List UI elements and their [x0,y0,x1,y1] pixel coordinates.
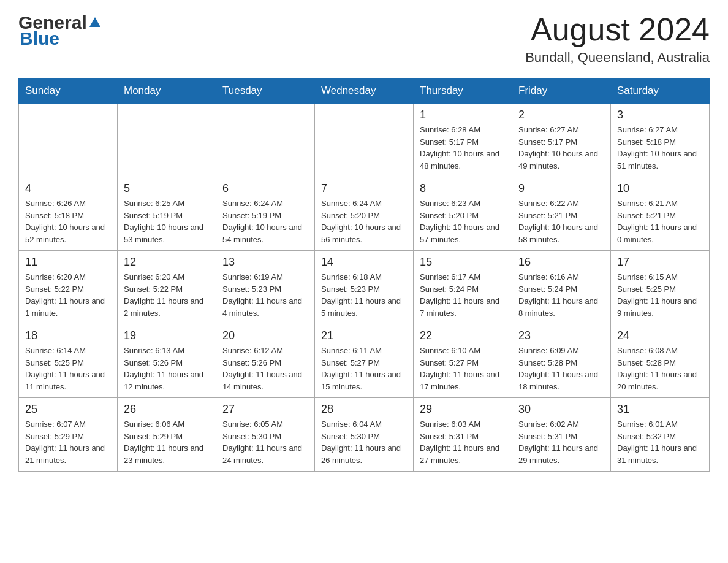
calendar-cell: 7Sunrise: 6:24 AMSunset: 5:20 PMDaylight… [315,177,414,251]
calendar-cell: 9Sunrise: 6:22 AMSunset: 5:21 PMDaylight… [512,177,611,251]
calendar-week-row: 11Sunrise: 6:20 AMSunset: 5:22 PMDayligh… [19,251,710,324]
day-number: 24 [617,329,703,342]
calendar-cell: 5Sunrise: 6:25 AMSunset: 5:19 PMDaylight… [118,177,216,251]
month-title: August 2024 [525,12,710,47]
day-info: Sunrise: 6:07 AMSunset: 5:29 PMDaylight:… [25,418,111,466]
day-number: 4 [25,182,111,195]
calendar-cell: 25Sunrise: 6:07 AMSunset: 5:29 PMDayligh… [19,398,118,472]
day-number: 26 [124,403,210,416]
day-info: Sunrise: 6:17 AMSunset: 5:24 PMDaylight:… [420,271,506,319]
calendar-cell: 29Sunrise: 6:03 AMSunset: 5:31 PMDayligh… [414,398,512,472]
calendar-cell: 12Sunrise: 6:20 AMSunset: 5:22 PMDayligh… [118,251,216,324]
calendar-cell: 19Sunrise: 6:13 AMSunset: 5:26 PMDayligh… [118,324,216,398]
day-info: Sunrise: 6:15 AMSunset: 5:25 PMDaylight:… [617,271,703,319]
calendar-cell: 20Sunrise: 6:12 AMSunset: 5:26 PMDayligh… [216,324,315,398]
calendar-cell: 11Sunrise: 6:20 AMSunset: 5:22 PMDayligh… [19,251,118,324]
col-header-friday: Friday [512,79,611,104]
calendar-cell [216,104,315,177]
logo-blue: Blue [20,28,59,49]
day-number: 17 [617,256,703,269]
day-info: Sunrise: 6:26 AMSunset: 5:18 PMDaylight:… [25,197,111,245]
day-info: Sunrise: 6:24 AMSunset: 5:20 PMDaylight:… [321,197,407,245]
calendar-cell: 2Sunrise: 6:27 AMSunset: 5:17 PMDaylight… [512,104,611,177]
day-info: Sunrise: 6:14 AMSunset: 5:25 PMDaylight:… [25,345,111,393]
calendar-cell: 18Sunrise: 6:14 AMSunset: 5:25 PMDayligh… [19,324,118,398]
day-info: Sunrise: 6:20 AMSunset: 5:22 PMDaylight:… [124,271,210,319]
svg-marker-0 [89,17,100,27]
calendar-table: SundayMondayTuesdayWednesdayThursdayFrid… [18,78,710,472]
calendar-cell: 4Sunrise: 6:26 AMSunset: 5:18 PMDaylight… [19,177,118,251]
day-info: Sunrise: 6:11 AMSunset: 5:27 PMDaylight:… [321,345,407,393]
day-number: 13 [222,256,308,269]
day-number: 16 [518,256,604,269]
day-number: 2 [518,109,604,121]
page-header: General Blue August 2024 Bundall, Queens… [18,12,710,66]
day-number: 31 [617,403,703,416]
day-number: 11 [25,256,111,269]
day-number: 12 [124,256,210,269]
calendar-week-row: 25Sunrise: 6:07 AMSunset: 5:29 PMDayligh… [19,398,710,472]
day-number: 21 [321,329,407,342]
day-number: 1 [420,109,506,121]
day-info: Sunrise: 6:22 AMSunset: 5:21 PMDaylight:… [518,197,604,245]
calendar-cell [19,104,118,177]
day-info: Sunrise: 6:21 AMSunset: 5:21 PMDaylight:… [617,197,703,245]
calendar-cell: 22Sunrise: 6:10 AMSunset: 5:27 PMDayligh… [414,324,512,398]
calendar-cell [315,104,414,177]
day-number: 22 [420,329,506,342]
day-number: 14 [321,256,407,269]
col-header-tuesday: Tuesday [216,79,315,104]
day-info: Sunrise: 6:13 AMSunset: 5:26 PMDaylight:… [124,345,210,393]
day-number: 20 [222,329,308,342]
day-info: Sunrise: 6:16 AMSunset: 5:24 PMDaylight:… [518,271,604,319]
calendar-cell: 1Sunrise: 6:28 AMSunset: 5:17 PMDaylight… [414,104,512,177]
day-number: 23 [518,329,604,342]
day-number: 10 [617,182,703,195]
calendar-cell: 24Sunrise: 6:08 AMSunset: 5:28 PMDayligh… [611,324,710,398]
day-info: Sunrise: 6:19 AMSunset: 5:23 PMDaylight:… [222,271,308,319]
day-info: Sunrise: 6:27 AMSunset: 5:17 PMDaylight:… [518,124,604,172]
calendar-cell: 31Sunrise: 6:01 AMSunset: 5:32 PMDayligh… [611,398,710,472]
day-number: 6 [222,182,308,195]
calendar-cell: 10Sunrise: 6:21 AMSunset: 5:21 PMDayligh… [611,177,710,251]
day-info: Sunrise: 6:04 AMSunset: 5:30 PMDaylight:… [321,418,407,466]
calendar-cell: 21Sunrise: 6:11 AMSunset: 5:27 PMDayligh… [315,324,414,398]
calendar-cell: 13Sunrise: 6:19 AMSunset: 5:23 PMDayligh… [216,251,315,324]
day-number: 8 [420,182,506,195]
day-info: Sunrise: 6:27 AMSunset: 5:18 PMDaylight:… [617,124,703,172]
calendar-cell: 26Sunrise: 6:06 AMSunset: 5:29 PMDayligh… [118,398,216,472]
day-info: Sunrise: 6:20 AMSunset: 5:22 PMDaylight:… [25,271,111,319]
calendar-cell: 30Sunrise: 6:02 AMSunset: 5:31 PMDayligh… [512,398,611,472]
day-info: Sunrise: 6:03 AMSunset: 5:31 PMDaylight:… [420,418,506,466]
calendar-header-row: SundayMondayTuesdayWednesdayThursdayFrid… [19,79,710,104]
logo-flag-icon [88,16,102,29]
day-number: 30 [518,403,604,416]
location-title: Bundall, Queensland, Australia [525,50,710,66]
calendar-cell: 8Sunrise: 6:23 AMSunset: 5:20 PMDaylight… [414,177,512,251]
calendar-cell: 16Sunrise: 6:16 AMSunset: 5:24 PMDayligh… [512,251,611,324]
col-header-sunday: Sunday [19,79,118,104]
calendar-cell: 15Sunrise: 6:17 AMSunset: 5:24 PMDayligh… [414,251,512,324]
day-number: 29 [420,403,506,416]
day-info: Sunrise: 6:08 AMSunset: 5:28 PMDaylight:… [617,345,703,393]
day-info: Sunrise: 6:18 AMSunset: 5:23 PMDaylight:… [321,271,407,319]
calendar-cell [118,104,216,177]
title-section: August 2024 Bundall, Queensland, Austral… [525,12,710,66]
day-number: 5 [124,182,210,195]
day-number: 18 [25,329,111,342]
logo: General Blue [18,12,102,49]
day-info: Sunrise: 6:02 AMSunset: 5:31 PMDaylight:… [518,418,604,466]
calendar-cell: 6Sunrise: 6:24 AMSunset: 5:19 PMDaylight… [216,177,315,251]
day-number: 15 [420,256,506,269]
calendar-cell: 23Sunrise: 6:09 AMSunset: 5:28 PMDayligh… [512,324,611,398]
col-header-wednesday: Wednesday [315,79,414,104]
calendar-cell: 17Sunrise: 6:15 AMSunset: 5:25 PMDayligh… [611,251,710,324]
day-number: 3 [617,109,703,121]
day-info: Sunrise: 6:09 AMSunset: 5:28 PMDaylight:… [518,345,604,393]
col-header-monday: Monday [118,79,216,104]
calendar-cell: 27Sunrise: 6:05 AMSunset: 5:30 PMDayligh… [216,398,315,472]
calendar-week-row: 1Sunrise: 6:28 AMSunset: 5:17 PMDaylight… [19,104,710,177]
day-number: 9 [518,182,604,195]
day-info: Sunrise: 6:05 AMSunset: 5:30 PMDaylight:… [222,418,308,466]
day-number: 7 [321,182,407,195]
